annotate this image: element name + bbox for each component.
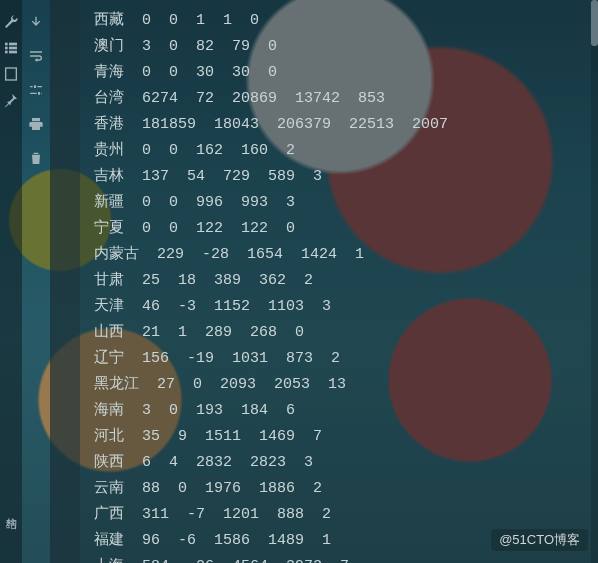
data-row: 澳门 3 0 82 79 0 [94, 34, 598, 60]
data-row: 西藏 0 0 1 1 0 [94, 8, 598, 34]
scrollbar-track[interactable] [591, 0, 598, 563]
data-row: 香港 181859 18043 206379 22513 2007 [94, 112, 598, 138]
svg-rect-4 [9, 47, 17, 50]
settings-sliders-icon[interactable] [26, 80, 46, 100]
data-row: 上海 584 -26 4564 3973 7 [94, 554, 598, 563]
data-row: 河北 35 9 1511 1469 7 [94, 424, 598, 450]
trash-icon[interactable] [26, 148, 46, 168]
watermark-badge: @51CTO博客 [491, 529, 588, 551]
svg-rect-5 [9, 51, 17, 54]
output-pane: 西藏 0 0 1 1 0澳门 3 0 82 79 0青海 0 0 30 30 0… [80, 0, 598, 563]
data-row: 广西 311 -7 1201 888 2 [94, 502, 598, 528]
list-icon[interactable] [1, 38, 21, 58]
data-row: 天津 46 -3 1152 1103 3 [94, 294, 598, 320]
far-left-toolbar [0, 0, 22, 563]
data-row: 贵州 0 0 162 160 2 [94, 138, 598, 164]
page-icon[interactable] [1, 64, 21, 84]
wrench-icon[interactable] [1, 12, 21, 32]
editor-gutter [50, 0, 80, 563]
data-row: 内蒙古 229 -28 1654 1424 1 [94, 242, 598, 268]
data-row: 黑龙江 27 0 2093 2053 13 [94, 372, 598, 398]
svg-rect-0 [5, 43, 8, 46]
data-row: 青海 0 0 30 30 0 [94, 60, 598, 86]
pin-icon[interactable] [1, 90, 21, 110]
data-row: 甘肃 25 18 389 362 2 [94, 268, 598, 294]
data-row: 台湾 6274 72 20869 13742 853 [94, 86, 598, 112]
svg-rect-2 [5, 51, 8, 54]
svg-rect-6 [6, 68, 17, 80]
svg-rect-1 [5, 47, 8, 50]
arrow-down-icon[interactable] [26, 12, 46, 32]
structure-sidebar-tab[interactable]: 结构 收藏 [0, 505, 22, 513]
data-row: 新疆 0 0 996 993 3 [94, 190, 598, 216]
data-row: 云南 88 0 1976 1886 2 [94, 476, 598, 502]
data-row: 吉林 137 54 729 589 3 [94, 164, 598, 190]
wrap-lines-icon[interactable] [26, 46, 46, 66]
data-row: 山西 21 1 289 268 0 [94, 320, 598, 346]
data-row: 辽宁 156 -19 1031 873 2 [94, 346, 598, 372]
print-icon[interactable] [26, 114, 46, 134]
data-row: 宁夏 0 0 122 122 0 [94, 216, 598, 242]
second-toolbar [22, 0, 50, 563]
data-row: 陕西 6 4 2832 2823 3 [94, 450, 598, 476]
scrollbar-thumb[interactable] [591, 0, 598, 46]
svg-rect-3 [9, 43, 17, 46]
data-row: 海南 3 0 193 184 6 [94, 398, 598, 424]
